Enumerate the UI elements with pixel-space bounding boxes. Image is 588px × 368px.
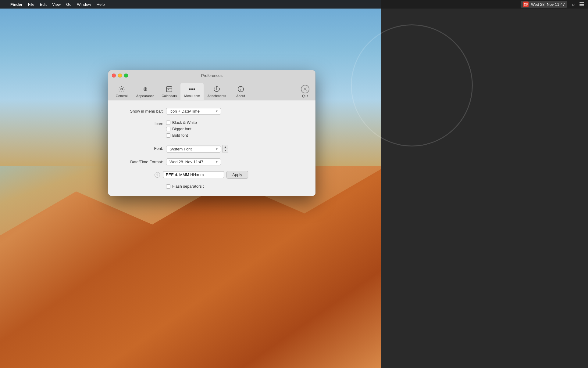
datetime-format-control: Wed 28. Nov 11:47 ▼ <box>166 158 306 165</box>
black-white-checkbox[interactable] <box>166 121 170 125</box>
right-panel <box>381 0 588 368</box>
menubar-edit[interactable]: Edit <box>40 2 47 7</box>
black-white-row: Black & White <box>166 120 306 125</box>
bold-font-label: Bold font <box>172 133 188 138</box>
show-in-menubar-select[interactable]: Icon + Date/Time ▼ <box>166 108 221 115</box>
icon-label: Icon: <box>117 120 163 126</box>
datetime-format-label: Date/Time Format: <box>117 158 163 164</box>
menubar-file[interactable]: File <box>28 2 34 7</box>
menubar-window[interactable]: Window <box>77 2 91 7</box>
datetime-format-row: Date/Time Format: Wed 28. Nov 11:47 ▼ <box>117 158 306 165</box>
tab-general[interactable]: General <box>111 83 133 100</box>
show-in-menubar-control: Icon + Date/Time ▼ <box>166 108 306 115</box>
quit-button[interactable]: Quit <box>297 83 313 100</box>
font-value: System Font <box>169 147 213 151</box>
search-icon[interactable]: ⌕ <box>572 2 575 7</box>
general-icon <box>117 85 126 93</box>
preferences-content: Show in menu bar: Icon + Date/Time ▼ Ico… <box>108 100 315 196</box>
show-in-menubar-value: Icon + Date/Time <box>169 109 213 114</box>
tab-menu-item[interactable]: Menu Item <box>180 83 204 100</box>
black-white-label: Black & White <box>172 120 197 125</box>
menubar-right: 28 Wed 28. Nov 11:47 ⌕ <box>521 1 584 8</box>
show-in-menubar-arrow-icon: ▼ <box>215 110 218 113</box>
tab-about[interactable]: About <box>230 83 252 100</box>
font-stepper: ▲ ▼ <box>222 145 228 153</box>
window-controls <box>112 74 128 78</box>
menubar: Finder File Edit View Go Window Help 28 … <box>0 0 588 9</box>
show-in-menubar-label: Show in menu bar: <box>117 108 163 114</box>
window-minimize-button[interactable] <box>118 74 122 78</box>
show-in-menubar-row: Show in menu bar: Icon + Date/Time ▼ <box>117 108 306 115</box>
calendars-icon <box>165 85 173 93</box>
format-string-input[interactable] <box>163 171 224 178</box>
svg-point-13 <box>241 88 241 88</box>
appearance-icon <box>141 85 150 93</box>
menubar-finder[interactable]: Finder <box>10 2 23 7</box>
svg-rect-7 <box>168 89 169 90</box>
datetime-format-value: Wed 28. Nov 11:47 <box>169 160 213 164</box>
font-control: System Font ▼ ▲ ▼ <box>166 145 306 153</box>
bold-font-row: Bold font <box>166 133 306 138</box>
tab-menu-item-label: Menu Item <box>184 94 200 98</box>
tab-calendars-label: Calendars <box>162 94 177 98</box>
about-icon <box>237 85 245 93</box>
flash-separators-checkbox[interactable] <box>166 184 170 189</box>
bigger-font-row: Bigger font <box>166 127 306 131</box>
tab-attachments[interactable]: Attachments <box>204 83 230 100</box>
tab-appearance[interactable]: Appearance <box>133 83 158 100</box>
flash-separators-row: Flash separators : <box>166 184 306 189</box>
svg-point-8 <box>190 89 191 90</box>
icon-checkboxes: Black & White Bigger font Bold font <box>166 120 306 139</box>
quit-label: Quit <box>302 94 308 98</box>
svg-rect-3 <box>166 87 172 92</box>
window-toolbar: General Appearance <box>108 81 315 100</box>
bigger-font-label: Bigger font <box>172 127 191 131</box>
calendar-day-icon: 28 <box>523 2 529 7</box>
calendar-menubar-widget[interactable]: 28 Wed 28. Nov 11:47 <box>521 1 567 8</box>
svg-point-2 <box>145 88 146 90</box>
flash-separators-label: Flash separators : <box>172 184 204 189</box>
font-select[interactable]: System Font ▼ <box>166 146 221 153</box>
apply-button[interactable]: Apply <box>226 171 248 179</box>
datetime-format-arrow-icon: ▼ <box>215 160 218 164</box>
font-select-arrow-icon: ▼ <box>215 147 218 151</box>
window-close-button[interactable] <box>112 74 116 78</box>
font-row: Font: System Font ▼ ▲ ▼ <box>117 145 306 153</box>
quit-icon <box>301 85 309 93</box>
tab-general-label: General <box>116 94 127 98</box>
menu-lines-icon[interactable] <box>579 2 584 6</box>
svg-point-0 <box>121 88 123 90</box>
font-stepper-down-button[interactable]: ▼ <box>223 149 228 153</box>
window-titlebar: Preferences <box>108 70 315 81</box>
icon-row: Icon: Black & White Bigger font Bold fon… <box>117 120 306 139</box>
format-help-wrapper: ? <box>117 171 163 178</box>
tab-attachments-label: Attachments <box>207 94 226 98</box>
preferences-window: Preferences General Appearance <box>108 70 315 196</box>
font-stepper-up-button[interactable]: ▲ <box>223 145 228 149</box>
window-title: Preferences <box>201 73 223 78</box>
attachments-icon <box>212 85 221 93</box>
tab-about-label: About <box>236 94 245 98</box>
menubar-help[interactable]: Help <box>97 2 105 7</box>
font-label: Font: <box>117 145 163 151</box>
bold-font-checkbox[interactable] <box>166 133 170 138</box>
menubar-go[interactable]: Go <box>66 2 71 7</box>
svg-point-9 <box>192 89 193 90</box>
bigger-font-checkbox[interactable] <box>166 127 170 131</box>
svg-point-10 <box>194 89 195 90</box>
menubar-view[interactable]: View <box>52 2 61 7</box>
datetime-format-select[interactable]: Wed 28. Nov 11:47 ▼ <box>166 158 221 165</box>
menubar-datetime: Wed 28. Nov 11:47 <box>531 2 565 7</box>
format-help-button[interactable]: ? <box>155 172 160 178</box>
menu-item-icon <box>188 85 196 93</box>
format-string-control: Apply <box>163 171 306 179</box>
menubar-left: Finder File Edit View Go Window Help <box>4 2 105 7</box>
tab-calendars[interactable]: Calendars <box>158 83 180 100</box>
format-string-row: ? Apply <box>117 171 306 179</box>
tab-appearance-label: Appearance <box>136 94 154 98</box>
window-maximize-button[interactable] <box>124 74 128 78</box>
